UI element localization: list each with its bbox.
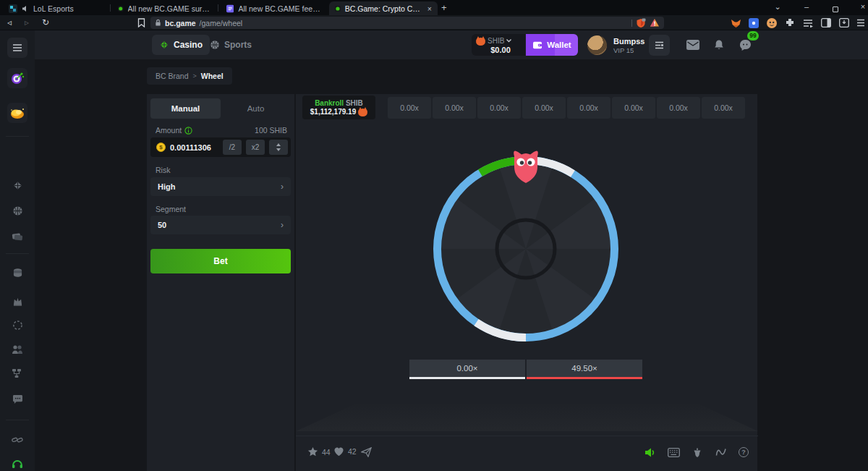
sidebar-item-bonus[interactable]: [11, 294, 24, 307]
close-window-button[interactable]: ×: [852, 0, 868, 13]
restore-button[interactable]: [825, 3, 846, 16]
tab-manual[interactable]: Manual: [150, 98, 221, 119]
segment-select[interactable]: 50 ›: [150, 216, 291, 234]
history-multiplier[interactable]: 0.00x: [567, 97, 610, 119]
tab-search-chevron-icon[interactable]: ⌄: [767, 0, 788, 13]
bookmark-icon[interactable]: [137, 18, 145, 27]
tab-lol-esports[interactable]: LoL Esports: [3, 1, 110, 15]
sidebar-item-responsible-gambling[interactable]: [11, 433, 24, 446]
breadcrumb-section[interactable]: BC Brand: [156, 72, 189, 80]
sidebar-item-forum[interactable]: [11, 392, 24, 405]
tab-auto[interactable]: Auto: [221, 98, 291, 119]
amount-input[interactable]: $ 0.00111306 /2 x2: [150, 137, 291, 157]
amount-value: 0.00111306: [170, 143, 218, 152]
game-panel: Bankroll SHIB $1,112,179.19 0.00x 0.00x …: [295, 94, 757, 471]
amount-max-hint: 100 SHIB: [255, 126, 287, 135]
browser-menu-icon[interactable]: [856, 19, 865, 27]
tab-bcgame-feedback[interactable]: All new BC.GAME feedback: [221, 1, 326, 15]
casino-diamond-icon: [12, 180, 23, 191]
amount-stepper[interactable]: [269, 140, 288, 155]
metamask-icon[interactable]: [731, 18, 741, 28]
url-bar[interactable]: bc.game/game/wheel: [150, 17, 664, 29]
risk-select[interactable]: High ›: [150, 177, 291, 196]
like-rating[interactable]: 42: [333, 446, 357, 457]
double-amount-button[interactable]: x2: [246, 140, 265, 155]
wallet-button[interactable]: Wallet: [526, 34, 578, 56]
side-panel-icon[interactable]: [821, 18, 831, 27]
restore-icon: [833, 7, 838, 12]
shiba-coin-icon: [476, 36, 485, 46]
sidebar-item-sports[interactable]: [11, 204, 24, 217]
sidebar-item-vip-club[interactable]: [11, 367, 24, 380]
sidebar-item-affiliate[interactable]: [11, 343, 24, 356]
tab-bcgame-survey[interactable]: All new BC.GAME survey & feedback r: [112, 1, 216, 15]
reload-button[interactable]: ↻: [42, 15, 49, 30]
chevron-right-icon: ›: [281, 220, 284, 230]
stepper-up-icon[interactable]: [276, 143, 281, 146]
notifications-button[interactable]: [711, 38, 727, 52]
sports-nav-button[interactable]: Sports: [203, 35, 259, 55]
inbox-button[interactable]: [685, 38, 701, 52]
password-manager-icon[interactable]: [749, 18, 759, 28]
browser-toolbar: ◃ ▹ ↻ bc.game/game/wheel: [0, 15, 868, 30]
history-multiplier[interactable]: 0.00x: [612, 97, 655, 119]
tab-bcgame-wheel-active[interactable]: BC.Game: Crypto Casino Games & ×: [329, 1, 438, 15]
sidebar-item-live-support[interactable]: [11, 457, 24, 470]
star-rating[interactable]: 44: [307, 446, 331, 457]
warning-extension-icon[interactable]: [650, 18, 660, 27]
amount-label-row: Amount: [156, 126, 192, 135]
profile-extension-icon[interactable]: [767, 18, 777, 28]
like-count: 42: [348, 447, 357, 456]
shiba-coin-icon: [358, 107, 367, 116]
site-header: Casino Sports SHIB $0.00 Wallet Bumpss V…: [35, 30, 868, 59]
new-tab-button[interactable]: +: [441, 2, 447, 13]
live-stats-button[interactable]: [715, 446, 728, 459]
sidebar-menu-button[interactable]: [7, 38, 27, 58]
info-icon[interactable]: [184, 127, 192, 135]
sound-toggle[interactable]: [644, 446, 657, 459]
share-button[interactable]: [359, 446, 373, 459]
reading-list-icon[interactable]: [803, 19, 813, 27]
sidebar-item-my-bets[interactable]: [11, 229, 24, 242]
bet-button[interactable]: Bet: [150, 249, 291, 273]
casino-label: Casino: [174, 40, 203, 50]
profile-menu-button[interactable]: [649, 35, 670, 56]
heart-icon: [333, 446, 344, 457]
hamburger-icon: [12, 44, 22, 51]
sidebar-item-casino[interactable]: [11, 179, 24, 192]
sidebar-item-rewards[interactable]: [7, 103, 27, 123]
bcgame-favicon: [335, 4, 341, 13]
sidebar-item-spin[interactable]: [11, 318, 24, 331]
currency-code: SHIB: [488, 37, 504, 45]
hotkeys-button[interactable]: [667, 446, 680, 459]
amount-label: Amount: [156, 126, 182, 135]
adblock-shield-icon[interactable]: [636, 18, 646, 28]
tab-close-icon[interactable]: ×: [427, 4, 432, 13]
currency-selector[interactable]: SHIB $0.00: [472, 34, 525, 56]
minimize-button[interactable]: –: [796, 0, 817, 13]
forward-button[interactable]: ▹: [25, 15, 29, 30]
half-amount-button[interactable]: /2: [223, 140, 242, 155]
avatar[interactable]: [587, 35, 607, 55]
stepper-down-icon[interactable]: [276, 148, 281, 151]
mail-icon: [686, 40, 699, 50]
history-multiplier[interactable]: 0.00x: [522, 97, 566, 119]
sidebar-item-swap[interactable]: [11, 266, 24, 279]
feedback-favicon: [226, 4, 234, 13]
downloads-icon[interactable]: [839, 18, 849, 27]
fairness-button[interactable]: [691, 446, 704, 459]
history-multiplier[interactable]: 0.00x: [702, 97, 745, 119]
history-multiplier[interactable]: 0.00x: [477, 97, 521, 119]
wallet-label: Wallet: [547, 41, 571, 49]
history-multiplier[interactable]: 0.00x: [657, 97, 700, 119]
chevron-right-icon: ›: [281, 182, 284, 192]
sidebar-item-missions[interactable]: [7, 68, 27, 88]
back-button[interactable]: ◃: [7, 15, 12, 30]
tab-title: BC.Game: Crypto Casino Games &: [345, 4, 423, 13]
extensions-puzzle-icon[interactable]: [785, 18, 795, 28]
help-button[interactable]: ?: [737, 446, 750, 459]
casino-nav-button[interactable]: Casino: [152, 35, 210, 55]
bell-icon: [713, 39, 725, 51]
history-multiplier[interactable]: 0.00x: [433, 97, 476, 119]
history-multiplier[interactable]: 0.00x: [388, 97, 431, 119]
